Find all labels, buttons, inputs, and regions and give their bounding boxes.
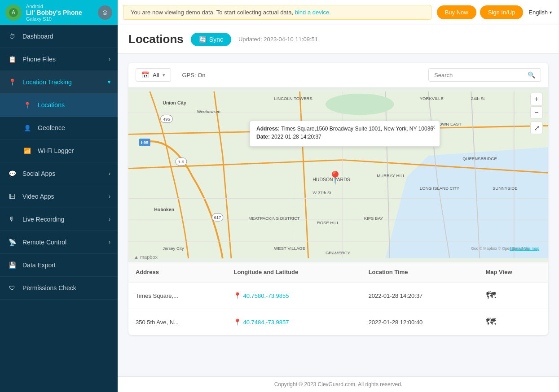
svg-text:LINCOLN TOWERS: LINCOLN TOWERS xyxy=(274,96,312,101)
zoom-out-button[interactable]: − xyxy=(530,106,543,119)
cell-address: 350 5th Ave, N... xyxy=(128,309,226,335)
svg-text:MEATPACKING DISTRICT: MEATPACKING DISTRICT xyxy=(248,216,300,221)
sidebar: ⏱ Dashboard 📋 Phone Files › 📍 Location T… xyxy=(0,25,118,392)
svg-text:Union City: Union City xyxy=(163,100,186,105)
sidebar-item-label: Video Apps xyxy=(22,193,54,200)
sidebar-item-live-recording[interactable]: 🎙 Live Recording › xyxy=(0,208,118,231)
svg-text:Jersey City: Jersey City xyxy=(163,246,184,251)
search-input[interactable] xyxy=(434,72,524,78)
phone-files-icon: 📋 xyxy=(7,54,17,64)
top-bar: A Android Lil' Bobby's Phone Galaxy S10 … xyxy=(0,0,559,25)
sidebar-item-label: Social Apps xyxy=(22,170,55,177)
locations-table: Address Longitude and Latitude Location … xyxy=(128,262,548,335)
sidebar-item-label: Phone Files xyxy=(22,56,56,63)
svg-text:A: A xyxy=(12,9,15,16)
sign-in-button[interactable]: Sign In/Up xyxy=(480,5,524,19)
mapbox-logo: ▲ mapbox xyxy=(134,254,158,260)
sidebar-item-remote-control[interactable]: 📡 Remote Control › xyxy=(0,231,118,254)
sidebar-item-label: Wi-Fi Logger xyxy=(38,147,74,154)
demo-banner: You are now viewing demo data. To start … xyxy=(123,5,431,20)
table-row: 350 5th Ave, N... 📍 40.7484,-73.9857 202… xyxy=(128,309,548,335)
cell-time: 2022-01-28 12:00:40 xyxy=(361,309,479,335)
map-location-pin: 📍 xyxy=(327,170,343,185)
bind-device-link[interactable]: bind a device. xyxy=(295,9,331,16)
zoom-in-button[interactable]: + xyxy=(530,93,543,105)
footer: Copyright © 2023 ClevGuard.com. All righ… xyxy=(118,376,559,392)
sidebar-item-label: Dashboard xyxy=(22,33,53,40)
locations-card: 📅 All ▾ GPS: On 🔍 xyxy=(128,63,548,335)
svg-text:W 37th St: W 37th St xyxy=(313,190,331,195)
table-header: Address Longitude and Latitude Location … xyxy=(128,262,548,282)
sidebar-item-social-apps[interactable]: 💬 Social Apps › xyxy=(0,162,118,185)
svg-text:WEST VILLAGE: WEST VILLAGE xyxy=(274,246,305,251)
chevron-right-icon: › xyxy=(109,56,110,62)
sidebar-item-geofence[interactable]: 👤 Geofence xyxy=(0,117,118,139)
svg-text:LONG ISLAND CITY: LONG ISLAND CITY xyxy=(420,186,460,191)
fullscreen-button[interactable]: ⤢ xyxy=(530,122,543,134)
sidebar-item-wifi-logger[interactable]: 📶 Wi-Fi Logger xyxy=(0,139,118,162)
svg-text:QUEENSBRIDGE: QUEENSBRIDGE xyxy=(462,156,497,161)
col-mapview: Map View xyxy=(479,262,549,282)
map-view-icon[interactable]: 🗺 xyxy=(486,290,496,301)
svg-text:MURRAY HILL: MURRAY HILL xyxy=(377,173,405,178)
map-view-icon[interactable]: 🗺 xyxy=(486,316,496,327)
video-apps-icon: 🎞 xyxy=(7,192,17,201)
sidebar-item-dashboard[interactable]: ⏱ Dashboard xyxy=(0,25,118,48)
cell-coords[interactable]: 📍 40.7580,-73.9855 xyxy=(226,282,361,309)
cell-mapview[interactable]: 🗺 xyxy=(479,282,549,309)
chevron-right-icon: › xyxy=(109,216,110,222)
sidebar-item-locations[interactable]: 📍 Locations xyxy=(0,94,118,117)
social-apps-icon: 💬 xyxy=(7,169,17,179)
coords-link[interactable]: 📍 40.7580,-73.9855 xyxy=(233,292,354,299)
sidebar-item-label: Location Tracking xyxy=(22,78,72,86)
live-recording-icon: 🎙 xyxy=(7,214,17,224)
svg-text:ROSE HILL: ROSE HILL xyxy=(317,220,339,225)
search-box: 🔍 xyxy=(428,68,541,82)
platform-label: Android xyxy=(26,4,82,9)
page-title: Locations xyxy=(128,32,184,46)
language-label: English xyxy=(528,9,548,16)
sidebar-item-permissions-check[interactable]: 🛡 Permissions Check xyxy=(0,277,118,300)
date-filter-label: All xyxy=(153,72,159,78)
cell-mapview[interactable]: 🗺 xyxy=(479,309,549,335)
date-filter-dropdown[interactable]: 📅 All ▾ xyxy=(136,68,171,82)
buy-now-button[interactable]: Buy Now xyxy=(437,5,476,19)
chevron-right-icon: › xyxy=(109,239,110,245)
popup-close-button[interactable]: ✕ xyxy=(431,124,436,131)
content-header: Locations 🔄 Sync Updated: 2023-04-10 11:… xyxy=(118,25,559,54)
footer-text: Copyright © 2023 ClevGuard.com. All righ… xyxy=(274,381,403,388)
cell-coords[interactable]: 📍 40.7484,-73.9857 xyxy=(226,309,361,335)
popup-address-label: Address: xyxy=(256,126,280,132)
col-address: Address xyxy=(128,262,226,282)
device-name: Lil' Bobby's Phone xyxy=(26,9,82,16)
chevron-down-icon: ▾ xyxy=(108,79,110,85)
cell-time: 2022-01-28 14:20:37 xyxy=(361,282,479,309)
sidebar-item-video-apps[interactable]: 🎞 Video Apps › xyxy=(0,185,118,208)
svg-text:Hoboken: Hoboken xyxy=(154,207,174,212)
svg-text:I-95: I-95 xyxy=(141,140,149,145)
updated-timestamp: Updated: 2023-04-10 11:09:51 xyxy=(238,36,318,43)
sidebar-item-location-tracking[interactable]: 📍 Location Tracking ▾ xyxy=(0,71,118,94)
col-coords: Longitude and Latitude xyxy=(226,262,361,282)
calendar-icon: 📅 xyxy=(141,71,149,78)
popup-date-label: Date: xyxy=(256,134,270,140)
svg-text:Improve this map: Improve this map xyxy=(510,246,539,251)
col-time: Location Time xyxy=(361,262,479,282)
coords-link[interactable]: 📍 40.7484,-73.9857 xyxy=(233,318,354,326)
svg-text:495: 495 xyxy=(163,117,170,122)
sidebar-item-label: Locations xyxy=(38,101,65,109)
logo-text: Android Lil' Bobby's Phone Galaxy S10 xyxy=(26,4,82,22)
geofence-icon: 👤 xyxy=(22,123,32,133)
table-row: Times Square,... 📍 40.7580,-73.9855 2022… xyxy=(128,282,548,309)
popup-date-value: 2022-01-28 14:20:37 xyxy=(271,134,321,140)
popup-date-row: Date: 2022-01-28 14:20:37 xyxy=(256,134,433,140)
cell-address: Times Square,... xyxy=(128,282,226,309)
sidebar-item-data-export[interactable]: 💾 Data Export xyxy=(0,254,118,277)
svg-text:Weehawken: Weehawken xyxy=(197,109,220,114)
language-selector[interactable]: English ▾ xyxy=(528,9,552,16)
sidebar-item-phone-files[interactable]: 📋 Phone Files › xyxy=(0,48,118,71)
dashboard-icon: ⏱ xyxy=(7,31,17,41)
content-area: Locations 🔄 Sync Updated: 2023-04-10 11:… xyxy=(118,25,559,392)
gps-status: GPS: On xyxy=(182,72,205,78)
sync-button[interactable]: 🔄 Sync xyxy=(191,33,231,46)
